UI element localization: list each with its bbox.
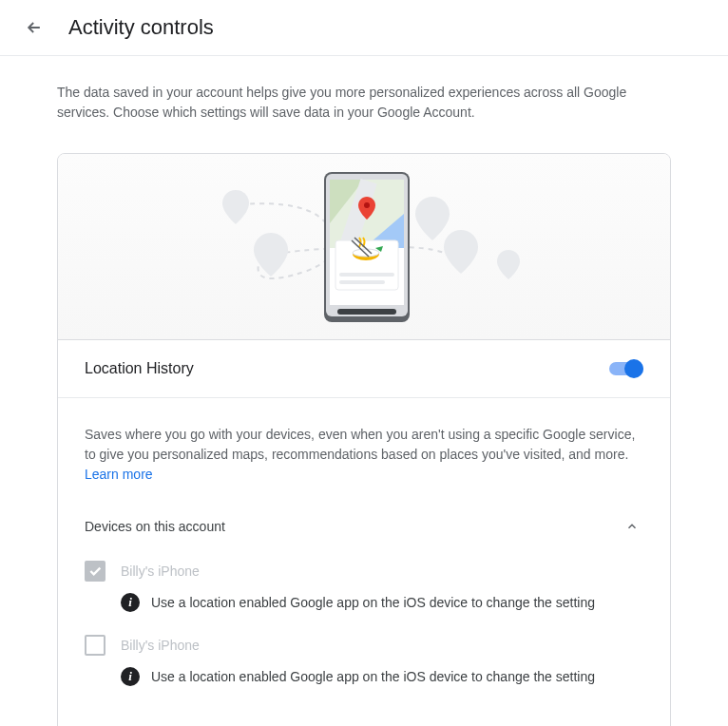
devices-title: Devices on this account — [85, 519, 225, 534]
learn-more-link[interactable]: Learn more — [85, 467, 153, 482]
chevron-up-icon[interactable] — [621, 515, 643, 538]
description-text: Saves where you go with your devices, ev… — [85, 427, 635, 462]
page-header: Activity controls — [0, 0, 728, 56]
device-main: Billy's iPhone — [85, 635, 643, 656]
content-area: The data saved in your account helps giv… — [0, 56, 728, 726]
info-icon: i — [121, 667, 140, 686]
device-name: Billy's iPhone — [121, 638, 200, 653]
hint-text: Use a location enabled Google app on the… — [151, 669, 595, 684]
device-main: Billy's iPhone — [85, 561, 643, 582]
section-title: Location History — [85, 360, 194, 377]
devices-header[interactable]: Devices on this account — [85, 515, 643, 538]
svg-point-7 — [364, 202, 370, 208]
phone-map-illustration — [164, 166, 564, 328]
section-header: Location History — [58, 340, 670, 398]
illustration-area — [58, 154, 670, 340]
device-hint: i Use a location enabled Google app on t… — [121, 593, 643, 612]
section-description: Saves where you go with your devices, ev… — [85, 425, 643, 485]
device-row: Billy's iPhone i Use a location enabled … — [85, 561, 643, 612]
device-row: Billy's iPhone i Use a location enabled … — [85, 635, 643, 686]
svg-point-9 — [353, 249, 379, 257]
location-history-card: Location History Saves where you go with… — [57, 153, 671, 726]
device-checkbox[interactable] — [85, 635, 105, 656]
back-arrow-icon[interactable] — [23, 16, 46, 39]
svg-rect-14 — [339, 280, 385, 284]
svg-rect-15 — [337, 309, 396, 315]
hint-text: Use a location enabled Google app on the… — [151, 595, 595, 610]
device-hint: i Use a location enabled Google app on t… — [121, 667, 643, 686]
info-icon: i — [121, 593, 140, 612]
location-history-toggle[interactable] — [609, 359, 643, 378]
intro-text: The data saved in your account helps giv… — [57, 83, 671, 123]
section-body: Saves where you go with your devices, ev… — [58, 398, 670, 726]
page-title: Activity controls — [68, 15, 214, 40]
device-checkbox[interactable] — [85, 561, 105, 582]
svg-rect-13 — [339, 273, 394, 277]
device-name: Billy's iPhone — [121, 564, 200, 579]
